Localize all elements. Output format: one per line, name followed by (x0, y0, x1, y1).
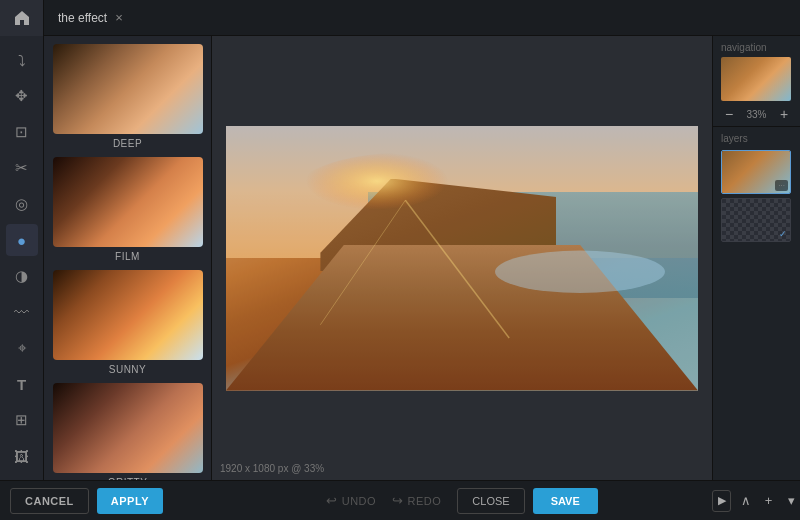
home-button[interactable] (0, 0, 44, 36)
layer-1[interactable]: ··· (721, 150, 791, 194)
save-button[interactable]: SAVE (533, 488, 598, 514)
bottom-bar: CANCEL APPLY ↩ UNDO ↪ REDO CLOSE SAVE ▶ … (0, 480, 800, 520)
navigation-thumbnail (721, 57, 791, 101)
canvas-inner (226, 126, 698, 391)
effect-deep[interactable]: DEEP (52, 44, 203, 149)
zoom-plus-button[interactable]: + (776, 106, 792, 122)
undo-label: UNDO (342, 495, 376, 507)
scissors-tool[interactable]: ✂ (6, 152, 38, 184)
image-tool[interactable]: 🖼 (6, 440, 38, 472)
tab-name: the effect (58, 11, 107, 25)
import-tool[interactable]: ⤵ (6, 44, 38, 76)
effect-gritty[interactable]: GRITTY (52, 383, 203, 480)
close-button[interactable]: CLOSE (457, 488, 524, 514)
effect-sunny-thumb (53, 270, 203, 360)
redo-icon: ↪ (392, 493, 404, 508)
effect-film[interactable]: FILM (52, 157, 203, 262)
main-area: ⤵ ✥ ⊡ ✂ ◎ ● ◑ 〰 ⌖ T ⊞ 🖼 DEEP FILM SUNNY … (0, 36, 800, 480)
navigation-label: navigation (721, 42, 792, 53)
right-panel: navigation − 33% + layers ··· ✓ (712, 36, 800, 480)
zoom-minus-button[interactable]: − (721, 106, 737, 122)
redo-button[interactable]: ↪ REDO (392, 493, 441, 508)
layer-1-menu[interactable]: ··· (775, 180, 788, 191)
nav-up-arrow[interactable]: ∧ (737, 491, 754, 511)
layer-2[interactable]: ✓ (721, 198, 791, 242)
wand-tool[interactable]: ⌖ (6, 332, 38, 364)
effect-sunny[interactable]: SUNNY (52, 270, 203, 375)
nav-down-arrow[interactable]: + (760, 491, 777, 511)
grid-tool[interactable]: ⊞ (6, 404, 38, 436)
text-tool[interactable]: T (6, 368, 38, 400)
layers-label: layers (721, 133, 792, 144)
cancel-button[interactable]: CANCEL (10, 488, 89, 514)
svg-point-3 (495, 250, 665, 292)
undo-icon: ↩ (326, 493, 338, 508)
scene-svg (226, 126, 698, 391)
forward-button[interactable]: ▶ (712, 490, 731, 512)
left-toolbar: ⤵ ✥ ⊡ ✂ ◎ ● ◑ 〰 ⌖ T ⊞ 🖼 (0, 36, 44, 480)
adjust-tool[interactable]: ◎ (6, 188, 38, 220)
effect-film-label: FILM (115, 251, 140, 262)
effect-film-thumb (53, 157, 203, 247)
navigation-section: navigation − 33% + (713, 36, 800, 127)
tab-close-button[interactable]: × (115, 10, 123, 25)
wave-tool[interactable]: 〰 (6, 296, 38, 328)
home-icon (14, 10, 30, 26)
effect-gritty-thumb (53, 383, 203, 473)
crop-tool[interactable]: ⊡ (6, 116, 38, 148)
bottom-left: CANCEL APPLY (0, 488, 212, 514)
undo-button[interactable]: ↩ UNDO (326, 493, 376, 508)
apply-button[interactable]: APPLY (97, 488, 163, 514)
effect-deep-label: DEEP (113, 138, 142, 149)
canvas-area: 1920 x 1080 px @ 33% (212, 36, 712, 480)
move-tool[interactable]: ✥ (6, 80, 38, 112)
zoom-controls: − 33% + (721, 106, 792, 122)
layer-2-check: ✓ (779, 229, 787, 239)
layers-section: layers ··· ✓ (713, 127, 800, 250)
effect-deep-thumb (53, 44, 203, 134)
redo-label: REDO (408, 495, 442, 507)
canvas-image[interactable] (226, 126, 698, 391)
tab-title: the effect × (44, 10, 137, 25)
bottom-right: ▶ ∧ + ▾ (712, 490, 800, 512)
effect-sunny-label: SUNNY (109, 364, 147, 375)
canvas-info: 1920 x 1080 px @ 33% (220, 463, 324, 474)
bottom-center: ↩ UNDO ↪ REDO CLOSE SAVE (212, 488, 712, 514)
circle-tool[interactable]: ◑ (6, 260, 38, 292)
zoom-value: 33% (746, 109, 766, 120)
top-bar: the effect × (0, 0, 800, 36)
color-tool[interactable]: ● (6, 224, 38, 256)
nav-menu-arrow[interactable]: ▾ (783, 491, 800, 511)
effects-panel: DEEP FILM SUNNY GRITTY (44, 36, 212, 480)
